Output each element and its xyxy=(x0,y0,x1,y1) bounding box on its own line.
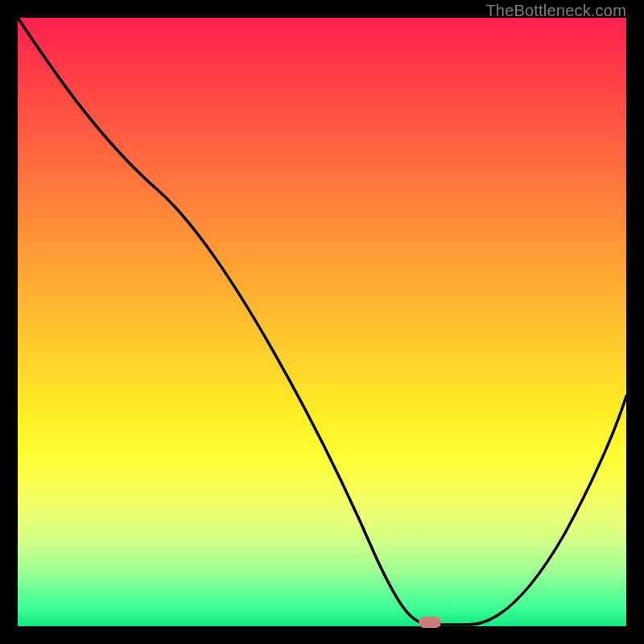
chart-frame: TheBottleneck.com xyxy=(0,0,644,644)
plot-area xyxy=(18,18,626,626)
curve-path xyxy=(18,18,626,625)
optimal-marker xyxy=(419,617,441,628)
watermark-text: TheBottleneck.com xyxy=(485,2,626,20)
bottleneck-curve xyxy=(18,18,626,626)
